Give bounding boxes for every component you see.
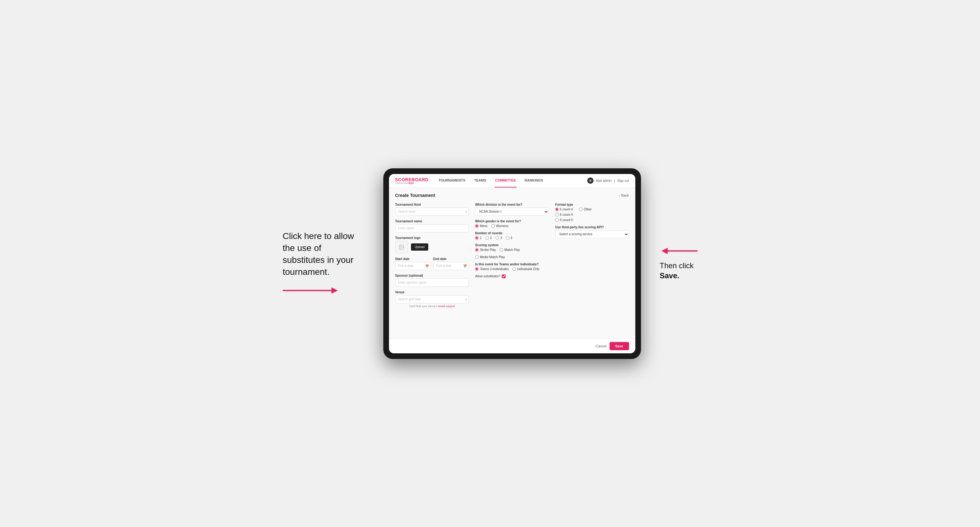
logo-text: SCOREBOARD — [395, 178, 429, 182]
rounds-1[interactable]: 1 — [475, 236, 482, 240]
nav-separator: | — [614, 179, 615, 183]
start-date-label: Start date — [395, 257, 431, 261]
form-grid: Tournament Host ▾ Tournament name Tourna — [395, 203, 629, 311]
calendar-end-icon: 📅 — [463, 264, 467, 268]
venue-group: Venue ▾ Can't find your venue? email sup… — [395, 290, 469, 308]
tournament-host-group: Tournament Host ▾ — [395, 203, 469, 216]
nav-rankings[interactable]: RANKINGS — [524, 174, 544, 188]
tournament-name-group: Tournament name — [395, 219, 469, 232]
rounds-group: Number of rounds 1 2 3 — [475, 232, 549, 240]
sponsor-input[interactable] — [395, 279, 469, 287]
gender-group: Which gender is the event for? Mens Wome… — [475, 219, 549, 228]
tournament-name-label: Tournament name — [395, 219, 469, 223]
svg-marker-1 — [331, 287, 338, 294]
nav-bar: SCOREBOARD Powered by clippd TOURNAMENTS… — [389, 174, 635, 188]
substitutes-checkbox[interactable] — [502, 275, 506, 278]
venue-label: Venue — [395, 290, 469, 294]
substitutes-label[interactable]: Allow substitutes? — [475, 275, 549, 278]
format-radio-list: 5 count 4 Other 6 count 4 — [555, 208, 629, 222]
logo-upload-area: Upload — [395, 241, 469, 254]
teams-group: Is this event for Teams and/or Individua… — [475, 263, 549, 271]
username: blair admin — [596, 179, 611, 183]
nav-tournaments[interactable]: TOURNAMENTS — [438, 174, 466, 188]
format-group: Format type 5 count 4 Other — [555, 203, 629, 222]
nav-links: TOURNAMENTS TEAMS COMMITTEE RANKINGS — [438, 174, 587, 188]
calendar-icon: 📅 — [425, 264, 429, 268]
page-content: Create Tournament ‹ Back Tournament Host… — [389, 188, 635, 338]
scoring-group: Scoring system Stroke Play Match Play Me… — [475, 243, 549, 259]
nav-committee[interactable]: COMMITTEE — [495, 174, 517, 188]
page-header: Create Tournament ‹ Back — [395, 193, 629, 198]
gender-radio-group: Mens Womens — [475, 224, 549, 228]
save-button[interactable]: Save — [609, 342, 629, 350]
venue-dropdown-icon: ▾ — [465, 297, 467, 301]
scoring-match[interactable]: Match Play — [500, 248, 520, 252]
venue-note: Can't find your venue? email support — [395, 305, 469, 308]
scoring-radio-group: Stroke Play Match Play Medal Match Play — [475, 248, 549, 259]
tournament-host-input[interactable] — [395, 208, 469, 216]
venue-input[interactable] — [395, 295, 469, 303]
scoring-api-group: Use third-party live scoring API? Select… — [555, 225, 629, 238]
scoring-stroke[interactable]: Stroke Play — [475, 248, 496, 252]
division-group: Which division is the event for? NCAA Di… — [475, 203, 549, 216]
scoring-label: Scoring system — [475, 243, 549, 247]
sign-out-link[interactable]: Sign out — [617, 179, 629, 183]
nav-teams[interactable]: TEAMS — [474, 174, 487, 188]
scoring-api-label: Use third-party live scoring API? — [555, 225, 629, 229]
cancel-button[interactable]: Cancel — [596, 344, 606, 348]
svg-marker-5 — [662, 248, 668, 254]
format-label: Format type — [555, 203, 629, 206]
dropdown-icon: ▾ — [465, 210, 467, 213]
email-support-link[interactable]: email support — [438, 305, 455, 308]
rounds-2[interactable]: 2 — [485, 236, 492, 240]
bottom-bar: Cancel Save — [389, 338, 635, 353]
rounds-label: Number of rounds — [475, 232, 549, 235]
tournament-logo-group: Tournament logo Upload — [395, 236, 469, 254]
format-5count4[interactable]: 5 count 4 — [555, 208, 573, 211]
rounds-radio-group: 1 2 3 4 — [475, 236, 549, 240]
sponsor-group: Sponsor (optional) — [395, 274, 469, 287]
right-arrow-icon — [660, 246, 698, 256]
back-link[interactable]: ‹ Back — [619, 194, 629, 197]
nav-user: B blair admin | Sign out — [587, 178, 629, 184]
sponsor-label: Sponsor (optional) — [395, 274, 469, 277]
form-col-3: Format type 5 count 4 Other — [555, 203, 629, 311]
rounds-3[interactable]: 3 — [495, 236, 502, 240]
tournament-host-label: Tournament Host — [395, 203, 469, 206]
teams-plus-individuals[interactable]: Teams (+Individuals) — [475, 267, 509, 271]
division-label: Which division is the event for? — [475, 203, 549, 206]
logo-placeholder-icon — [395, 241, 408, 254]
annotation-right: Then click Save. — [660, 246, 698, 281]
format-6count5[interactable]: 6 count 5 — [555, 218, 629, 222]
form-col-1: Tournament Host ▾ Tournament name Tourna — [395, 203, 469, 311]
gender-womens[interactable]: Womens — [492, 224, 508, 228]
format-6count4[interactable]: 6 count 4 — [555, 213, 629, 216]
left-arrow-icon — [283, 284, 339, 297]
tournament-name-input[interactable] — [395, 224, 469, 232]
teams-radio-group: Teams (+Individuals) Individuals Only — [475, 267, 549, 271]
avatar: B — [587, 178, 593, 184]
end-date-label: End date — [433, 257, 469, 261]
scoring-medal[interactable]: Medal Match Play — [475, 256, 504, 259]
division-select[interactable]: NCAA Division I — [475, 208, 549, 216]
annotation-left: Click here to allow the use of substitut… — [283, 230, 364, 297]
tablet-frame: SCOREBOARD Powered by clippd TOURNAMENTS… — [383, 168, 641, 359]
rounds-4[interactable]: 4 — [506, 236, 512, 240]
scoring-api-select[interactable]: Select a scoring service — [555, 230, 629, 238]
page-title: Create Tournament — [395, 193, 435, 198]
format-other[interactable]: Other — [579, 208, 592, 211]
teams-label: Is this event for Teams and/or Individua… — [475, 263, 549, 266]
form-col-2: Which division is the event for? NCAA Di… — [475, 203, 549, 311]
logo: SCOREBOARD Powered by clippd — [395, 178, 429, 184]
date-group: Start date 📅 End date — [395, 257, 469, 270]
logo-powered: Powered by clippd — [395, 182, 429, 184]
upload-button[interactable]: Upload — [411, 243, 429, 251]
tablet-screen: SCOREBOARD Powered by clippd TOURNAMENTS… — [389, 174, 635, 353]
individuals-only[interactable]: Individuals Only — [512, 267, 539, 271]
gender-mens[interactable]: Mens — [475, 224, 487, 228]
outer-wrapper: Click here to allow the use of substitut… — [270, 168, 710, 359]
tournament-logo-label: Tournament logo — [395, 236, 469, 240]
gender-label: Which gender is the event for? — [475, 219, 549, 223]
svg-point-3 — [400, 246, 401, 246]
substitutes-group: Allow substitutes? — [475, 275, 549, 278]
